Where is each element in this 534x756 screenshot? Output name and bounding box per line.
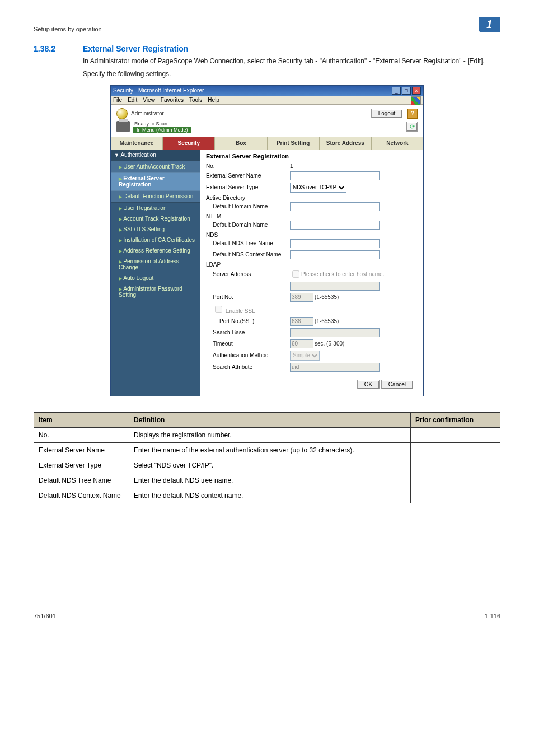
search-base-label: Search Base (206, 329, 290, 335)
nds-tree-input[interactable] (290, 239, 380, 248)
cell-item: External Server Name (34, 442, 129, 458)
nds-ctx-label: Default NDS Context Name (206, 251, 290, 258)
port-label: Port No. (206, 294, 290, 300)
cell-item: Default NDS Tree Name (34, 473, 129, 488)
cell-prior (411, 427, 500, 442)
ntlm-domain-label: Default Domain Name (206, 222, 290, 228)
ad-header: Active Directory (206, 194, 418, 201)
refresh-button[interactable]: ⟳ (406, 122, 418, 132)
ext-type-label: External Server Type (206, 184, 290, 190)
ntlm-domain-input[interactable] (290, 221, 380, 230)
menu-tools[interactable]: Tools (189, 97, 202, 103)
ext-name-label: External Server Name (206, 172, 290, 179)
nds-tree-label: Default NDS Tree Name (206, 240, 290, 246)
hostname-chk-label: Please check to enter host name. (301, 271, 384, 277)
tab-box[interactable]: Box (215, 137, 267, 150)
server-addr-label: Server Address (206, 271, 290, 277)
running-head: Setup items by operation (34, 26, 102, 32)
cell-def: Enter the name of the external authentic… (129, 442, 411, 458)
table-row: Default NDS Context Name Enter the defau… (34, 488, 500, 503)
search-attr-label: Search Attribute (206, 364, 290, 370)
tab-print-setting[interactable]: Print Setting (268, 137, 320, 150)
port-ssl-label: Port No.(SSL) (206, 318, 290, 324)
sidebar-item-ca-certificates[interactable]: Installation of CA Certificates (111, 235, 200, 245)
chapter-number-box: 1 (479, 17, 500, 32)
footer-left: 751/601 (34, 613, 56, 619)
help-icon[interactable]: ? (407, 109, 418, 119)
tab-maintenance[interactable]: Maintenance (111, 137, 163, 150)
ie-window: Security - Microsoft Internet Explorer _… (110, 85, 424, 396)
menu-view[interactable]: View (143, 97, 155, 103)
auth-method-label: Authentication Method (206, 352, 290, 358)
timeout-unit: sec. (5-300) (315, 340, 344, 347)
sidebar-item-user-auth[interactable]: User Auth/Account Track (111, 161, 200, 172)
status-mode: In Menu (Admin Mode) (133, 127, 191, 133)
auth-method-select: Simple (290, 351, 320, 361)
cell-prior (411, 442, 500, 458)
table-row: External Server Name Enter the name of t… (34, 442, 500, 458)
ie-title: Security - Microsoft Internet Explorer (113, 87, 204, 94)
ie-titlebar: Security - Microsoft Internet Explorer _… (111, 86, 423, 96)
no-value: 1 (290, 163, 293, 169)
intro-paragraph-2: Specify the following settings. (83, 69, 500, 78)
sidebar-item-user-registration[interactable]: User Registration (111, 203, 200, 213)
timeout-label: Timeout (206, 340, 290, 347)
menu-favorites[interactable]: Favorites (161, 97, 184, 103)
cell-item: No. (34, 427, 129, 442)
ad-domain-input[interactable] (290, 202, 380, 211)
sidebar-item-ssl-tls[interactable]: SSL/TLS Setting (111, 224, 200, 235)
cell-item: External Server Type (34, 458, 129, 473)
tab-store-address[interactable]: Store Address (320, 137, 372, 150)
section-number: 1.38.2 (34, 44, 67, 53)
menu-file[interactable]: File (113, 97, 122, 103)
cell-def: Select "NDS over TCP/IP". (129, 458, 411, 473)
cell-prior (411, 488, 500, 503)
sidebar-item-address-reference[interactable]: Address Reference Setting (111, 245, 200, 256)
enable-ssl-label: Enable SSL (226, 308, 255, 314)
nds-ctx-input[interactable] (290, 250, 380, 259)
logout-button[interactable]: Logout (371, 109, 403, 118)
close-icon[interactable]: × (412, 87, 421, 95)
port-range: (1-65535) (315, 294, 339, 300)
main-tabs: Maintenance Security Box Print Setting S… (111, 137, 423, 150)
th-definition: Definition (129, 412, 411, 427)
table-row: No. Displays the registration number. (34, 427, 500, 442)
port-ssl-input (290, 317, 313, 326)
definition-table: Item Definition Prior confirmation No. D… (34, 412, 500, 503)
server-addr-input (290, 282, 380, 291)
enable-ssl-checkbox (215, 306, 222, 313)
sidebar-item-admin-password[interactable]: Administrator Password Setting (111, 283, 200, 300)
menu-edit[interactable]: Edit (128, 97, 137, 103)
sidebar-item-account-track[interactable]: Account Track Registration (111, 213, 200, 224)
maximize-icon[interactable]: □ (402, 87, 411, 95)
sidebar-item-auto-logout[interactable]: Auto Logout (111, 273, 200, 283)
section-title: External Server Registration (83, 44, 188, 53)
intro-paragraph-1: In Administrator mode of PageScope Web C… (83, 57, 500, 66)
nds-header: NDS (206, 231, 418, 238)
search-base-input (290, 328, 380, 337)
printer-icon (116, 121, 130, 132)
ntlm-header: NTLM (206, 212, 418, 220)
tab-security[interactable]: Security (163, 137, 215, 150)
tab-network[interactable]: Network (372, 137, 423, 150)
ok-button[interactable]: OK (357, 380, 380, 389)
th-item: Item (34, 412, 129, 427)
sidebar-item-default-function[interactable]: Default Function Permission (111, 190, 200, 202)
ad-domain-label: Default Domain Name (206, 203, 290, 209)
sidebar-item-permission-address[interactable]: Permission of Address Change (111, 256, 200, 273)
cell-def: Enter the default NDS context name. (129, 488, 411, 503)
minimize-icon[interactable]: _ (392, 87, 401, 95)
footer-right: 1-116 (485, 613, 500, 619)
ext-name-input[interactable] (290, 171, 380, 180)
sidebar-header-authentication[interactable]: Authentication (111, 150, 200, 160)
cell-def: Enter the default NDS tree name. (129, 473, 411, 488)
search-attr-input (290, 363, 380, 372)
menu-help[interactable]: Help (208, 97, 219, 103)
ie-menubar: File Edit View Favorites Tools Help (111, 96, 423, 105)
table-row: Default NDS Tree Name Enter the default … (34, 473, 500, 488)
no-label: No. (206, 163, 290, 169)
port-ssl-range: (1-65535) (315, 318, 339, 324)
sidebar-item-external-server[interactable]: External Server Registration (111, 172, 200, 190)
cancel-button[interactable]: Cancel (381, 380, 413, 389)
ext-type-select[interactable]: NDS over TCP/IP (290, 183, 346, 193)
